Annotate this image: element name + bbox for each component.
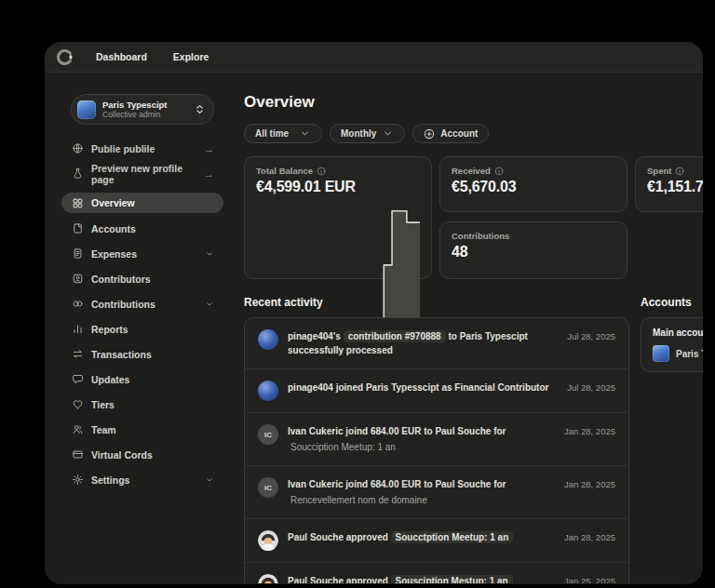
app-body: Paris Typescipt Collective admin Publie … (45, 73, 703, 583)
total-balance-card: Total Balance €4,599.01 EUR (244, 156, 432, 279)
chevron-down-icon (205, 475, 214, 485)
chevron-down-icon (299, 127, 311, 140)
quick-link-label: Publie publile (91, 143, 155, 154)
activity-row[interactable]: pinage404 joined Paris Typesscipt as Fin… (245, 369, 628, 413)
quick-link-publie-publile[interactable]: Publie publile→ (71, 136, 214, 161)
sidebar-item-reports[interactable]: Reports (71, 316, 214, 341)
activity-date: Jul 28, 2025 (567, 331, 615, 341)
people-icon (71, 423, 84, 436)
sidebar-item-team[interactable]: Team (71, 417, 214, 442)
chevron-down-icon (205, 249, 214, 259)
activity-row[interactable]: Paul Souche approved Soucctption Meetup:… (245, 519, 628, 563)
sidebar-item-accounts[interactable]: Accounts (71, 216, 214, 241)
sidebar-item-label: Contributions (91, 299, 155, 310)
activity-row[interactable]: ICIvan Cukeric joind 684.00 EUR to Paul … (245, 466, 628, 519)
activity-row[interactable]: Paul Souche approved Sousciption Mestup:… (245, 563, 628, 583)
collective-avatar (77, 100, 96, 119)
sidebar-item-tiers[interactable]: Tiers (71, 392, 214, 417)
account-name: Paris Typescipt (676, 349, 703, 359)
activity-text: pinage404's contribution #970888 to Pari… (288, 329, 552, 357)
sidebar-item-label: Accounts (91, 223, 136, 234)
accounts-title: Accounts (641, 296, 703, 309)
user-photo-avatar (258, 530, 278, 551)
sidebar-item-updates[interactable]: Updates (71, 367, 214, 392)
activity-segment: Ivan Cukeric joind 684.00 EUR to Paul So… (288, 426, 506, 436)
received-card: Received €5,670.03 (439, 156, 627, 212)
gear-icon (71, 474, 84, 487)
top-navigation: DashboardExplore (45, 42, 703, 73)
sidebar-item-label: Virtual Cords (91, 449, 153, 461)
period-filter-dropdown[interactable]: All time (244, 124, 322, 143)
sidebar-item-transactions[interactable]: Transactions (71, 341, 214, 367)
app-window: DashboardExplore Paris Typescipt Collect… (45, 42, 703, 584)
activity-text: pinage404 joined Paris Typesscipt as Fin… (288, 381, 552, 394)
sidebar-item-virtual-cords[interactable]: Virtual Cords (71, 442, 214, 467)
accounts-card: Main account Paris Typescipt (641, 317, 703, 372)
activity-date: Jan 28, 2025 (564, 479, 615, 489)
activity-segment: Paul Souche approved (288, 576, 388, 583)
profile-switcher[interactable]: Paris Typescipt Collective admin (71, 94, 214, 125)
collective-logo-icon[interactable] (56, 48, 74, 66)
activity-segment: pinage404 joined Paris Typesscipt as Fin… (288, 382, 548, 393)
main-account-row[interactable]: Paris Typescipt (653, 345, 703, 362)
user-avatar (258, 329, 278, 350)
activity-chip: Sousciption Mestup: 1 an (391, 575, 513, 583)
add-account-button[interactable]: Account (412, 124, 489, 143)
info-icon (494, 167, 504, 176)
badge-person-icon (71, 273, 84, 286)
activity-row[interactable]: ICIvan Cukeric joind 684.00 EUR to Paul … (245, 413, 628, 466)
activity-subtext: Soucciption Meetup: 1 an (288, 440, 549, 454)
contributions-label: Contributions (452, 231, 509, 241)
sidebar-quick-links: Publie publile→Preview new profile page→ (71, 136, 214, 186)
heart-icon (71, 398, 84, 411)
received-value: €5,670.03 (452, 179, 615, 195)
sidebar-item-settings[interactable]: Settings (71, 467, 214, 492)
sidebar-item-contributions[interactable]: Contributions (71, 291, 214, 316)
topnav-item-dashboard[interactable]: Dashboard (83, 46, 160, 68)
sidebar-item-label: Transactions (91, 349, 152, 360)
sidebar-item-contributors[interactable]: Contributors (71, 266, 214, 291)
flask-icon (71, 167, 84, 180)
info-icon (675, 167, 684, 176)
arrow-right-icon: → (204, 143, 214, 154)
activity-chip: contribution #970888 (344, 330, 446, 342)
total-balance-label: Total Balance (256, 166, 313, 176)
chevron-down-icon (205, 300, 214, 309)
speech-bubble-icon (71, 373, 84, 386)
activity-date: Jan 28, 2025 (564, 532, 615, 542)
activity-chip: Soucctption Meetup: 1 an (391, 531, 514, 543)
sidebar-item-label: Tiers (91, 399, 115, 410)
arrow-right-icon: → (204, 168, 214, 180)
quick-link-preview-new-profile-page[interactable]: Preview new profile page→ (71, 161, 214, 186)
initials-avatar: IC (258, 424, 278, 445)
activity-date: Jan 28, 2025 (564, 426, 615, 436)
activity-row[interactable]: pinage404's contribution #970888 to Pari… (245, 318, 628, 369)
collective-avatar (653, 345, 669, 362)
activity-segment: Ivan Cukeric joind 684.00 EUR to Paul So… (288, 479, 506, 489)
topnav-item-explore[interactable]: Explore (160, 46, 223, 68)
chevron-down-icon (382, 127, 394, 140)
profile-name: Paris Typescipt (102, 100, 168, 110)
activity-text: Ivan Cukeric joind 684.00 EUR to Paul So… (288, 477, 549, 507)
stats-grid: Total Balance €4,599.01 EUR Received (244, 156, 703, 279)
sidebar-item-overview[interactable]: Overview (61, 193, 223, 213)
recent-activity-section: Recent activity pinage404's contribution… (244, 296, 629, 583)
main-content: Overview All time Monthly (231, 73, 703, 583)
sidebar-item-label: Overview (91, 197, 135, 208)
spent-value: €1,151.72 (647, 179, 694, 195)
chevron-up-down-icon (195, 104, 205, 114)
sidebar-item-label: Contributors (91, 274, 151, 285)
spent-label: Spent (647, 166, 671, 176)
granularity-filter-dropdown[interactable]: Monthly (330, 124, 405, 143)
page-title: Overview (244, 93, 703, 112)
total-balance-value: €4,599.01 EUR (256, 179, 420, 195)
contributions-value: 48 (452, 244, 615, 261)
quick-link-label: Preview new profile page (91, 163, 196, 185)
bottom-section: Recent activity pinage404's contribution… (244, 296, 703, 583)
profile-role: Collective admin (102, 110, 168, 119)
main-account-label: Main account (653, 327, 703, 338)
sidebar-item-expenses[interactable]: Expenses (71, 241, 214, 266)
rings-icon (71, 298, 84, 311)
plus-circle-icon (424, 128, 435, 140)
arrows-icon (71, 348, 84, 361)
